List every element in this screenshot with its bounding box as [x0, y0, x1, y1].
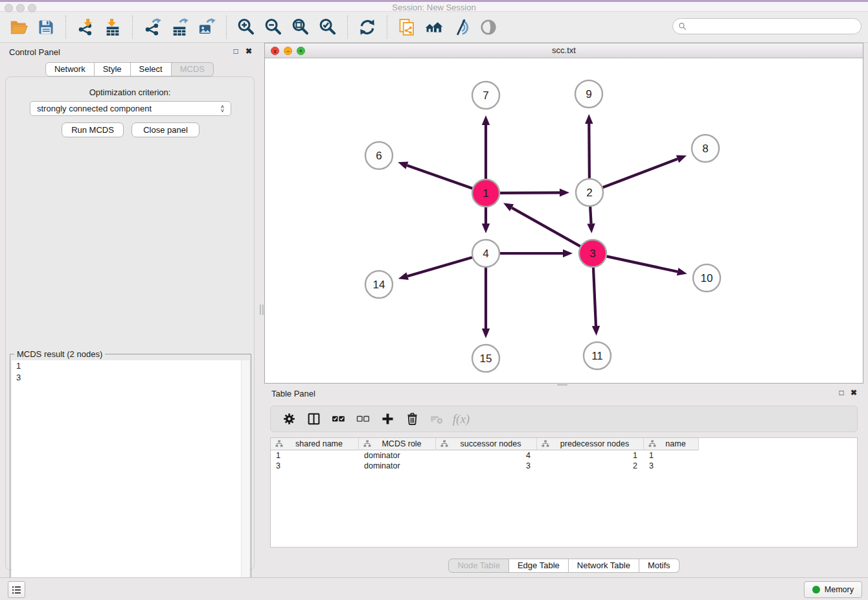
cell-successor-nodes[interactable]: 3 [436, 461, 537, 471]
column-header-MCDS-role[interactable]: MCDS role [359, 438, 436, 450]
cell-successor-nodes[interactable]: 4 [436, 450, 537, 461]
birds-eye-view-button[interactable] [477, 16, 499, 38]
export-image-button[interactable] [196, 16, 218, 38]
svg-text:14: 14 [373, 279, 385, 291]
zoom-out-button[interactable] [262, 16, 284, 38]
mcds-result-list[interactable]: 13 [12, 360, 249, 598]
edge-1-2[interactable] [500, 189, 569, 196]
tab-network[interactable]: Network [45, 62, 95, 76]
cell-name[interactable]: 1 [644, 450, 699, 461]
unselect-all-button[interactable] [355, 411, 371, 427]
graph-node-3[interactable]: 3 [579, 240, 606, 267]
cell-MCDS-role[interactable]: dominator [359, 461, 436, 471]
edge-1-6[interactable] [398, 161, 472, 188]
graph-node-6[interactable]: 6 [365, 142, 393, 169]
edge-1-4[interactable] [482, 207, 490, 233]
tab-select[interactable]: Select [131, 62, 172, 76]
vertical-splitter-grip[interactable] [260, 305, 264, 315]
table-panel-float-icon[interactable]: □ [836, 388, 847, 397]
optimization-criterion-select[interactable]: strongly connected component ˄˅ [30, 101, 231, 116]
show-hide-details-icon [452, 18, 470, 36]
control-panel-close-icon[interactable]: ✖ [244, 47, 254, 56]
column-header-successor-nodes[interactable]: successor nodes [436, 438, 537, 450]
table-row[interactable]: 1dominator411 [271, 450, 857, 461]
tab-style[interactable]: Style [95, 62, 131, 76]
graph-node-1[interactable]: 1 [472, 179, 499, 207]
control-panel-float-icon[interactable]: □ [231, 47, 241, 56]
graph-node-14[interactable]: 14 [365, 271, 393, 298]
graph-node-10[interactable]: 10 [693, 264, 720, 292]
gear-button[interactable] [281, 411, 297, 427]
zoom-selected-button[interactable] [317, 16, 339, 38]
chevron-up-down-icon: ˄˅ [221, 105, 224, 113]
column-header-predecessor-nodes[interactable]: predecessor nodes [537, 438, 644, 450]
network-graph[interactable]: 7968124314101511 [265, 58, 863, 383]
edge-2-8[interactable] [603, 156, 687, 188]
search-box[interactable] [672, 18, 862, 34]
tab-node-table[interactable]: Node Table [448, 559, 509, 573]
columns-button[interactable] [306, 411, 321, 427]
tab-motifs[interactable]: Motifs [639, 559, 680, 573]
show-hide-details-button[interactable] [450, 16, 472, 38]
cell-shared-name[interactable]: 1 [271, 450, 359, 461]
cell-MCDS-role[interactable]: dominator [359, 450, 436, 461]
open-folder-button[interactable] [8, 16, 30, 38]
first-neighbors-button[interactable] [423, 16, 445, 38]
cell-name[interactable]: 3 [644, 461, 699, 471]
optimization-criterion-label: Optimization criterion: [6, 87, 254, 97]
edge-4-14[interactable] [398, 257, 472, 280]
graph-node-8[interactable]: 8 [692, 135, 719, 162]
svg-text:9: 9 [586, 88, 591, 100]
cell-shared-name[interactable]: 3 [271, 461, 359, 471]
graph-node-11[interactable]: 11 [584, 342, 611, 369]
apply-layout-button[interactable] [356, 16, 378, 38]
network-window-titlebar[interactable]: x – + scc.txt [265, 43, 863, 58]
edge-2-9[interactable] [585, 114, 593, 178]
table-panel-close-icon[interactable]: ✖ [849, 388, 859, 397]
edge-1-7[interactable] [482, 115, 490, 179]
export-network-button[interactable] [141, 16, 163, 38]
select-all-button[interactable] [330, 411, 346, 427]
column-header-shared-name[interactable]: shared name [271, 438, 359, 450]
add-column-button[interactable] [380, 411, 395, 427]
cell-predecessor-nodes[interactable]: 1 [537, 450, 644, 461]
edge-4-15[interactable] [482, 268, 490, 338]
graph-node-9[interactable]: 9 [575, 80, 602, 108]
zoom-fit-button[interactable] [290, 16, 312, 38]
table-panel-title: Table Panel [271, 389, 315, 398]
tab-network-table[interactable]: Network Table [569, 559, 639, 573]
table-row[interactable]: 3dominator323 [271, 461, 857, 471]
toolbar-separator [226, 16, 227, 39]
edge-4-3[interactable] [500, 249, 573, 257]
zoom-in-button[interactable] [235, 16, 257, 38]
main-toolbar [0, 12, 868, 43]
save-button[interactable] [35, 16, 57, 38]
column-header-name[interactable]: name [644, 438, 699, 450]
graph-node-2[interactable]: 2 [576, 179, 603, 206]
tab-mcds[interactable]: MCDS [172, 62, 214, 76]
memory-button[interactable]: Memory [804, 581, 862, 598]
tab-edge-table[interactable]: Edge Table [509, 559, 569, 573]
graph-node-15[interactable]: 15 [472, 345, 499, 372]
import-network-button[interactable] [74, 16, 97, 38]
export-table-button[interactable] [168, 16, 190, 38]
control-panel: Control Panel □ ✖ NetworkStyleSelectMCDS… [0, 43, 259, 577]
import-table-button[interactable] [102, 16, 124, 38]
panels-menu-button[interactable] [8, 581, 25, 598]
network-canvas[interactable]: 7968124314101511 [265, 58, 863, 383]
delete-column-button[interactable] [404, 411, 420, 427]
search-input[interactable] [690, 21, 856, 31]
graph-node-4[interactable]: 4 [472, 240, 499, 267]
close-panel-button[interactable]: Close panel [131, 122, 200, 137]
edge-3-11[interactable] [592, 268, 600, 336]
edge-3-1[interactable] [503, 203, 580, 246]
run-mcds-button[interactable]: Run MCDS [62, 122, 124, 137]
edge-3-10[interactable] [607, 257, 687, 276]
clone-network-button[interactable] [396, 16, 418, 38]
edge-2-3[interactable] [587, 207, 595, 233]
scrollbar-track[interactable] [241, 360, 249, 598]
add-column-icon [381, 412, 394, 426]
svg-text:10: 10 [701, 272, 713, 284]
cell-predecessor-nodes[interactable]: 2 [537, 461, 644, 471]
graph-node-7[interactable]: 7 [472, 82, 499, 109]
